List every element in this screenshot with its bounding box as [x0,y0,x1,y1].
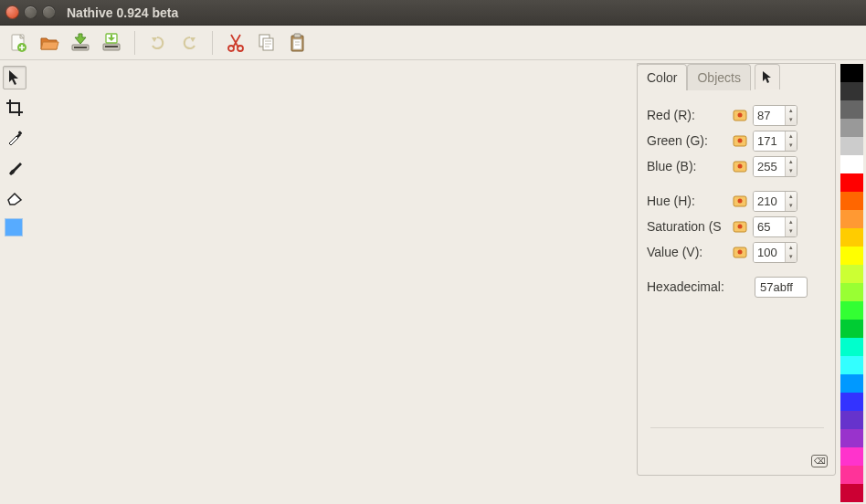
svg-point-8 [238,46,243,51]
window-title: Nathive 0.924 beta [67,5,178,20]
crop-tool[interactable] [3,96,26,120]
window-close-button[interactable] [5,5,19,19]
swatch-18[interactable] [840,393,863,411]
swatch-3[interactable] [840,119,863,137]
svg-rect-5 [105,46,118,47]
swatch-22[interactable] [840,466,863,484]
svg-point-20 [738,164,743,169]
new-file-button[interactable] [5,29,32,57]
svg-point-18 [738,139,743,143]
red-label: Red (R): [647,108,731,122]
swatch-7[interactable] [840,192,863,210]
green-input[interactable]: ▴▾ [753,131,797,152]
swatch-4[interactable] [840,137,863,155]
tab-objects[interactable]: Objects [687,64,750,90]
svg-point-24 [738,225,743,229]
pointer-icon [762,71,773,84]
swatch-17[interactable] [840,374,863,393]
color-picker-icon [6,130,23,146]
eraser-icon [5,191,24,205]
swatch-2[interactable] [840,100,863,119]
titlebar: Nathive 0.924 beta [0,0,866,26]
swatch-15[interactable] [840,338,863,356]
saturation-label: Saturation (S [647,219,731,234]
crop-icon [6,100,23,116]
clear-button[interactable]: ⌫ [811,455,828,467]
panel-divider [650,427,824,428]
swatch-20[interactable] [840,429,863,447]
swatch-0[interactable] [840,64,863,82]
swatch-5[interactable] [840,155,863,173]
spin-down-icon[interactable]: ▾ [786,115,797,125]
blue-picker-icon[interactable] [731,157,749,175]
copy-button[interactable] [253,29,280,57]
hex-label: Hexadecimal: [647,279,755,294]
swatch-23[interactable] [840,484,863,502]
color-picker-tool[interactable] [3,126,26,150]
tool-palette [3,66,28,236]
swatch-1[interactable] [840,82,863,100]
brush-icon [6,160,23,176]
swatch-13[interactable] [840,301,863,320]
swatch-8[interactable] [840,210,863,228]
blue-input[interactable]: ▴▾ [753,156,797,177]
eraser-tool[interactable] [3,186,26,210]
paste-button[interactable] [284,29,312,57]
swatch-11[interactable] [840,265,863,283]
value-input[interactable]: ▴▾ [753,242,797,263]
hex-input[interactable] [755,277,808,298]
swatch-21[interactable] [840,447,863,466]
svg-rect-3 [74,47,87,48]
window-minimize-button[interactable] [24,5,37,19]
swatch-10[interactable] [840,247,863,265]
value-picker-icon[interactable] [731,243,749,261]
saturation-picker-icon[interactable] [731,217,749,236]
redo-button[interactable] [175,29,203,57]
save-as-button[interactable] [98,29,125,57]
svg-point-16 [738,113,743,118]
save-file-button[interactable] [67,29,94,57]
tab-pointer-button[interactable] [755,64,780,89]
svg-rect-12 [294,34,301,37]
red-picker-icon[interactable] [731,106,749,124]
value-label: Value (V): [647,245,731,259]
blue-label: Blue (B): [647,159,731,173]
current-color-swatch[interactable] [5,218,23,236]
svg-point-22 [738,199,743,204]
spin-up-icon[interactable]: ▴ [786,106,797,116]
cut-button[interactable] [222,29,249,57]
red-input[interactable]: ▴▾ [753,105,797,126]
swatch-16[interactable] [840,356,863,374]
svg-point-26 [738,250,743,255]
properties-panel: Color Objects Red (R): ▴▾ Green (G): ▴▾ … [637,63,836,476]
pointer-tool[interactable] [3,66,26,89]
swatch-6[interactable] [840,173,863,192]
swatch-14[interactable] [840,320,863,338]
pointer-icon [7,69,22,86]
green-label: Green (G): [647,133,731,148]
hue-label: Hue (H): [647,194,731,208]
open-file-button[interactable] [36,29,63,57]
swatch-9[interactable] [840,228,863,247]
swatch-19[interactable] [840,411,863,429]
hue-picker-icon[interactable] [731,192,749,210]
swatch-12[interactable] [840,283,863,301]
panel-tabs: Color Objects [637,63,834,90]
tab-color[interactable]: Color [637,64,687,90]
window-maximize-button[interactable] [42,5,56,19]
saturation-input[interactable]: ▴▾ [753,216,797,237]
green-picker-icon[interactable] [731,131,749,150]
backspace-icon: ⌫ [814,457,826,466]
hue-input[interactable]: ▴▾ [753,191,797,212]
main-toolbar [0,26,866,60]
svg-point-7 [228,46,234,51]
undo-button[interactable] [144,29,172,57]
brush-tool[interactable] [3,156,26,180]
swatch-column [840,64,863,502]
